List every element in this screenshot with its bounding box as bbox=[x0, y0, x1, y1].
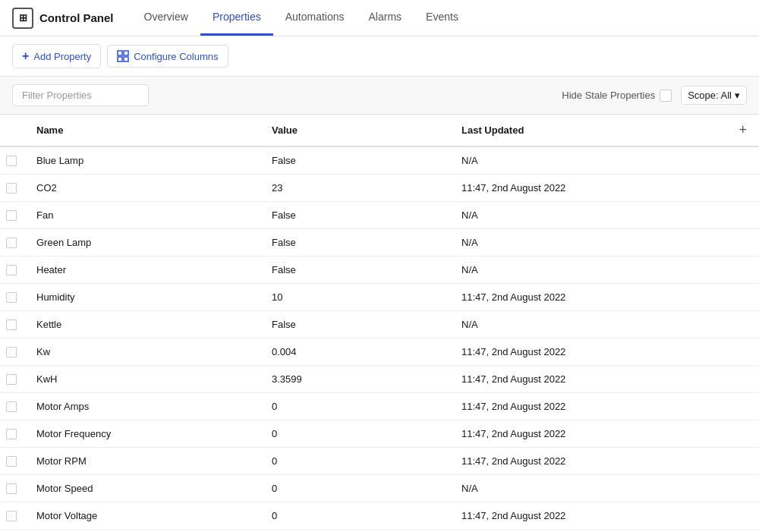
row-action-cell bbox=[726, 146, 759, 175]
add-column-button[interactable]: + bbox=[726, 115, 759, 146]
filter-properties-input[interactable] bbox=[12, 84, 149, 106]
hide-stale-container: Hide Stale Properties bbox=[562, 90, 672, 102]
row-last-updated: 11:47, 2nd August 2022 bbox=[449, 284, 726, 311]
row-last-updated: 11:47, 2nd August 2022 bbox=[449, 502, 726, 530]
row-checkbox[interactable] bbox=[6, 238, 17, 248]
row-value: 0 bbox=[260, 448, 449, 475]
row-last-updated: N/A bbox=[449, 202, 726, 229]
row-checkbox-cell bbox=[0, 284, 24, 311]
row-name: Fan bbox=[24, 202, 260, 229]
row-action-cell bbox=[726, 284, 759, 311]
table-row: Green Lamp False N/A bbox=[0, 229, 759, 257]
top-navigation: ⊞ Control Panel Overview Properties Auto… bbox=[0, 0, 759, 36]
row-checkbox[interactable] bbox=[6, 456, 17, 467]
tab-properties[interactable]: Properties bbox=[200, 0, 273, 36]
row-checkbox[interactable] bbox=[6, 511, 17, 521]
add-property-label: Add Property bbox=[33, 51, 91, 62]
row-checkbox[interactable] bbox=[6, 292, 17, 303]
row-value: False bbox=[260, 202, 449, 229]
row-last-updated: N/A bbox=[449, 146, 726, 175]
row-checkbox-cell bbox=[0, 366, 24, 393]
hide-stale-label: Hide Stale Properties bbox=[562, 90, 655, 101]
configure-columns-button[interactable]: Configure Columns bbox=[107, 45, 228, 68]
row-name: Kw bbox=[24, 338, 260, 366]
table-row: Kw 0.004 11:47, 2nd August 2022 bbox=[0, 338, 759, 366]
plus-icon: + bbox=[22, 49, 29, 63]
row-checkbox-cell bbox=[0, 202, 24, 229]
header-last-updated: Last Updated bbox=[449, 115, 726, 146]
toolbar: + Add Property Configure Columns bbox=[0, 36, 759, 77]
row-last-updated: 11:47, 2nd August 2022 bbox=[449, 530, 726, 533]
row-action-cell bbox=[726, 448, 759, 475]
tab-automations[interactable]: Automations bbox=[273, 0, 357, 36]
add-property-button[interactable]: + Add Property bbox=[12, 44, 101, 68]
row-value: 0 bbox=[260, 530, 449, 533]
row-checkbox-cell bbox=[0, 530, 24, 533]
table-row: Motor Watts 0 11:47, 2nd August 2022 bbox=[0, 530, 759, 533]
row-last-updated: 11:47, 2nd August 2022 bbox=[449, 448, 726, 475]
chevron-down-icon: ▾ bbox=[735, 90, 740, 101]
row-value: False bbox=[260, 257, 449, 284]
filter-bar: Hide Stale Properties Scope: All ▾ bbox=[0, 77, 759, 115]
table-header-row: Name Value Last Updated + bbox=[0, 115, 759, 146]
row-checkbox[interactable] bbox=[6, 320, 17, 330]
row-action-cell bbox=[726, 175, 759, 202]
brand-logo: ⊞ Control Panel bbox=[12, 8, 114, 29]
row-checkbox-cell bbox=[0, 338, 24, 366]
tab-events[interactable]: Events bbox=[414, 0, 471, 36]
row-last-updated: 11:47, 2nd August 2022 bbox=[449, 366, 726, 393]
row-action-cell bbox=[726, 366, 759, 393]
row-last-updated: N/A bbox=[449, 257, 726, 284]
row-name: KwH bbox=[24, 366, 260, 393]
row-last-updated: 11:47, 2nd August 2022 bbox=[449, 175, 726, 202]
row-checkbox-cell bbox=[0, 420, 24, 448]
table-row: Heater False N/A bbox=[0, 257, 759, 284]
row-checkbox[interactable] bbox=[6, 429, 17, 439]
scope-label: Scope: All bbox=[688, 90, 732, 101]
table-row: Blue Lamp False N/A bbox=[0, 146, 759, 175]
row-value: 23 bbox=[260, 175, 449, 202]
row-checkbox[interactable] bbox=[6, 374, 17, 385]
row-checkbox-cell bbox=[0, 475, 24, 502]
row-checkbox[interactable] bbox=[6, 156, 17, 166]
row-action-cell bbox=[726, 257, 759, 284]
row-checkbox[interactable] bbox=[6, 183, 17, 194]
row-action-cell bbox=[726, 475, 759, 502]
row-value: 0.004 bbox=[260, 338, 449, 366]
configure-columns-label: Configure Columns bbox=[134, 51, 218, 62]
table-body: Blue Lamp False N/A CO2 23 11:47, 2nd Au… bbox=[0, 146, 759, 532]
row-action-cell bbox=[726, 338, 759, 366]
row-name: Humidity bbox=[24, 284, 260, 311]
row-value: 10 bbox=[260, 284, 449, 311]
row-checkbox[interactable] bbox=[6, 210, 17, 221]
properties-table: Name Value Last Updated + Blue Lamp Fals… bbox=[0, 115, 759, 532]
header-name: Name bbox=[24, 115, 260, 146]
row-name: Motor Watts bbox=[24, 530, 260, 533]
header-checkbox-cell bbox=[0, 115, 24, 146]
tab-overview[interactable]: Overview bbox=[132, 0, 200, 36]
row-checkbox[interactable] bbox=[6, 401, 17, 412]
row-checkbox-cell bbox=[0, 257, 24, 284]
brand-icon: ⊞ bbox=[12, 8, 33, 29]
row-name: Green Lamp bbox=[24, 229, 260, 257]
row-checkbox[interactable] bbox=[6, 347, 17, 357]
row-checkbox[interactable] bbox=[6, 265, 17, 275]
row-name: Motor Voltage bbox=[24, 502, 260, 530]
brand-label: Control Panel bbox=[39, 11, 114, 24]
row-checkbox-cell bbox=[0, 146, 24, 175]
table-row: Humidity 10 11:47, 2nd August 2022 bbox=[0, 284, 759, 311]
scope-selector[interactable]: Scope: All ▾ bbox=[681, 86, 747, 105]
row-checkbox-cell bbox=[0, 175, 24, 202]
table-row: Fan False N/A bbox=[0, 202, 759, 229]
hide-stale-checkbox[interactable] bbox=[660, 90, 672, 102]
row-value: 0 bbox=[260, 475, 449, 502]
row-last-updated: 11:47, 2nd August 2022 bbox=[449, 338, 726, 366]
tab-alarms[interactable]: Alarms bbox=[357, 0, 414, 36]
row-value: 0 bbox=[260, 502, 449, 530]
row-name: Blue Lamp bbox=[24, 146, 260, 175]
filter-right: Hide Stale Properties Scope: All ▾ bbox=[562, 86, 747, 105]
row-value: 0 bbox=[260, 393, 449, 420]
table-row: Motor Speed 0 N/A bbox=[0, 475, 759, 502]
row-action-cell bbox=[726, 420, 759, 448]
row-checkbox[interactable] bbox=[6, 483, 17, 494]
